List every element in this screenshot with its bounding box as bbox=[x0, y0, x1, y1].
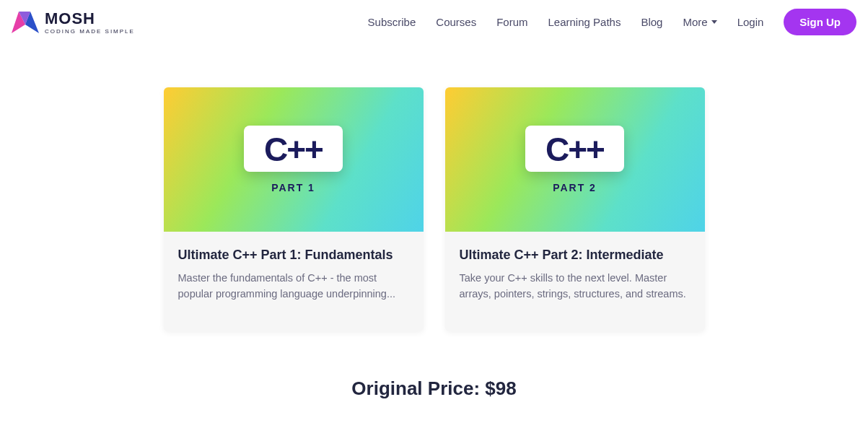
main-content: C++ PART 1 Ultimate C++ Part 1: Fundamen… bbox=[88, 87, 781, 400]
course-cards: C++ PART 1 Ultimate C++ Part 1: Fundamen… bbox=[88, 87, 781, 331]
course-card-part1[interactable]: C++ PART 1 Ultimate C++ Part 1: Fundamen… bbox=[164, 87, 424, 331]
card-body: Ultimate C++ Part 2: Intermediate Take y… bbox=[445, 232, 705, 331]
cpp-logo-text: C++ bbox=[545, 133, 604, 166]
nav-blog[interactable]: Blog bbox=[641, 16, 662, 28]
course-description: Master the fundamentals of C++ - the mos… bbox=[178, 270, 409, 302]
chevron-down-icon bbox=[711, 20, 717, 24]
course-card-part2[interactable]: C++ PART 2 Ultimate C++ Part 2: Intermed… bbox=[445, 87, 705, 331]
cpp-badge: C++ bbox=[525, 126, 624, 172]
cpp-badge: C++ bbox=[244, 126, 343, 172]
nav-more-label: More bbox=[683, 16, 707, 28]
original-price: Original Price: $98 bbox=[88, 377, 781, 400]
course-title: Ultimate C++ Part 1: Fundamentals bbox=[178, 248, 409, 263]
cpp-logo-text: C++ bbox=[264, 133, 323, 166]
course-description: Take your C++ skills to the next level. … bbox=[460, 270, 691, 302]
nav-more[interactable]: More bbox=[683, 16, 716, 28]
logo-icon bbox=[12, 12, 39, 33]
nav-login[interactable]: Login bbox=[737, 16, 764, 28]
part-label: PART 2 bbox=[553, 182, 597, 193]
main-nav: Subscribe Courses Forum Learning Paths B… bbox=[368, 9, 856, 35]
course-thumbnail: C++ PART 1 bbox=[164, 87, 424, 232]
site-header: MOSH CODING MADE SIMPLE Subscribe Course… bbox=[0, 0, 868, 44]
nav-learning-paths[interactable]: Learning Paths bbox=[548, 16, 621, 28]
course-title: Ultimate C++ Part 2: Intermediate bbox=[460, 248, 691, 263]
signup-button[interactable]: Sign Up bbox=[784, 9, 856, 35]
part-label: PART 1 bbox=[271, 182, 315, 193]
card-body: Ultimate C++ Part 1: Fundamentals Master… bbox=[164, 232, 424, 331]
nav-courses[interactable]: Courses bbox=[436, 16, 476, 28]
brand-tagline: CODING MADE SIMPLE bbox=[45, 28, 135, 35]
nav-forum[interactable]: Forum bbox=[496, 16, 527, 28]
logo-text: MOSH CODING MADE SIMPLE bbox=[45, 9, 135, 35]
brand-name: MOSH bbox=[45, 9, 135, 28]
course-thumbnail: C++ PART 2 bbox=[445, 87, 705, 232]
logo[interactable]: MOSH CODING MADE SIMPLE bbox=[12, 9, 135, 35]
nav-subscribe[interactable]: Subscribe bbox=[368, 16, 416, 28]
